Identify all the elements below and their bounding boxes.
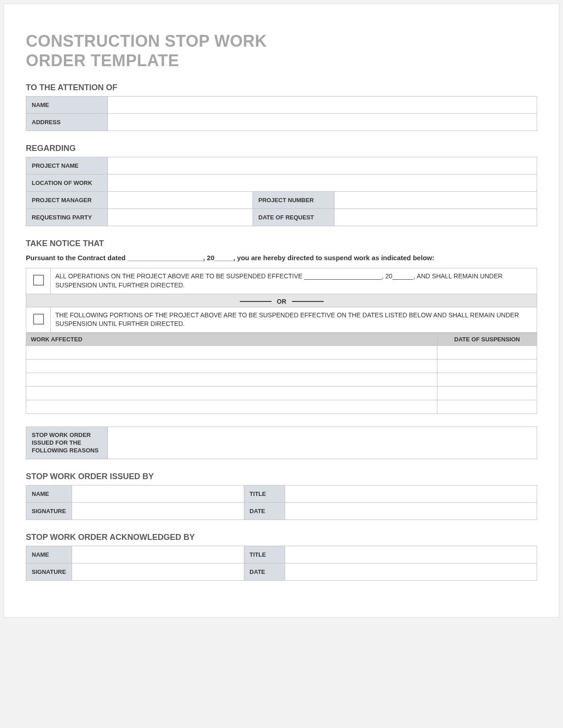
ack-signature-value[interactable] [72,563,244,581]
project-number-label: PROJECT NUMBER [253,192,335,209]
issued-by-table: NAME TITLE SIGNATURE DATE [26,485,537,520]
ack-name-label: NAME [26,546,72,563]
table-row: PROJECT NAME [26,157,537,175]
date-suspension-cell[interactable] [437,345,537,359]
issued-date-value[interactable] [285,503,537,520]
table-row: ALL OPERATIONS ON THE PROJECT ABOVE ARE … [26,268,537,294]
divider-line-icon [240,301,272,302]
issued-name-label: NAME [26,485,72,503]
option2-checkbox-cell[interactable] [26,307,51,332]
option1-text: ALL OPERATIONS ON THE PROJECT ABOVE ARE … [51,268,537,294]
attention-heading: TO THE ATTENTION OF [26,83,537,92]
attention-table: NAME ADDRESS [26,96,537,131]
issued-signature-label: SIGNATURE [26,503,72,520]
table-row: NAME TITLE [26,485,537,503]
issued-date-label: DATE [244,503,285,520]
reasons-value[interactable] [108,427,537,459]
table-row: NAME TITLE [26,546,537,563]
notice-options-table: ALL OPERATIONS ON THE PROJECT ABOVE ARE … [26,268,537,332]
table-row: REQUESTING PARTY DATE OF REQUEST [26,209,537,226]
acknowledged-by-heading: STOP WORK ORDER ACKNOWLEDGED BY [26,533,537,542]
address-value[interactable] [108,114,537,131]
checkbox-icon [33,275,44,286]
project-name-label: PROJECT NAME [26,157,108,175]
or-row: OR [26,294,537,307]
project-manager-label: PROJECT MANAGER [26,192,108,209]
table-row [26,359,537,373]
project-name-value[interactable] [108,157,537,175]
table-row: THE FOLLOWING PORTIONS OF THE PROJECT AB… [26,307,537,332]
date-of-request-value[interactable] [335,209,537,226]
issued-title-label: TITLE [244,485,285,503]
document-title: CONSTRUCTION STOP WORK ORDER TEMPLATE [26,31,537,70]
table-row [26,400,537,413]
reasons-table: STOP WORK ORDER ISSUED FOR THE FOLLOWING… [26,427,537,460]
ack-date-value[interactable] [285,563,537,581]
table-row: SIGNATURE DATE [26,503,537,520]
ack-date-label: DATE [244,563,285,581]
work-affected-cell[interactable] [26,359,437,373]
date-suspension-cell[interactable] [437,373,537,386]
date-suspension-header: DATE OF SUSPENSION [437,333,537,345]
location-value[interactable] [108,175,537,192]
work-affected-cell[interactable] [26,400,437,413]
regarding-table: PROJECT NAME LOCATION OF WORK PROJECT MA… [26,157,537,226]
table-header-row: WORK AFFECTED DATE OF SUSPENSION [26,333,537,345]
table-row: STOP WORK ORDER ISSUED FOR THE FOLLOWING… [26,427,537,459]
ack-name-value[interactable] [72,546,244,563]
table-row [26,373,537,386]
requesting-party-label: REQUESTING PARTY [26,209,108,226]
name-value[interactable] [108,97,537,114]
reasons-label: STOP WORK ORDER ISSUED FOR THE FOLLOWING… [26,427,108,459]
notice-intro: Pursuant to the Contract dated _________… [26,253,537,262]
work-affected-cell[interactable] [26,386,437,400]
table-row [26,345,537,359]
work-affected-table: WORK AFFECTED DATE OF SUSPENSION [26,333,537,414]
checkbox-icon [33,314,44,325]
option1-checkbox-cell[interactable] [26,268,51,294]
table-row: SIGNATURE DATE [26,563,537,581]
document-page: CONSTRUCTION STOP WORK ORDER TEMPLATE TO… [4,4,559,617]
acknowledged-by-table: NAME TITLE SIGNATURE DATE [26,546,537,581]
date-of-request-label: DATE OF REQUEST [253,209,335,226]
address-label: ADDRESS [26,114,108,131]
or-label: OR [277,298,286,305]
table-row: ADDRESS [26,114,537,131]
ack-title-label: TITLE [244,546,285,563]
ack-signature-label: SIGNATURE [26,563,72,581]
issued-title-value[interactable] [285,485,537,503]
requesting-party-value[interactable] [108,209,253,226]
date-suspension-cell[interactable] [437,386,537,400]
work-affected-header: WORK AFFECTED [26,333,437,345]
regarding-heading: REGARDING [26,144,537,153]
ack-title-value[interactable] [285,546,537,563]
issued-name-value[interactable] [72,485,244,503]
title-line-2: ORDER TEMPLATE [26,51,179,70]
project-manager-value[interactable] [108,192,253,209]
table-row: NAME [26,97,537,114]
date-suspension-cell[interactable] [437,359,537,373]
table-row [26,386,537,400]
divider-line-icon [292,301,324,302]
project-number-value[interactable] [335,192,537,209]
issued-by-heading: STOP WORK ORDER ISSUED BY [26,472,537,481]
issued-signature-value[interactable] [72,503,244,520]
date-suspension-cell[interactable] [437,400,537,413]
work-affected-cell[interactable] [26,345,437,359]
table-row: LOCATION OF WORK [26,175,537,192]
name-label: NAME [26,97,108,114]
option2-text: THE FOLLOWING PORTIONS OF THE PROJECT AB… [51,307,537,332]
title-line-1: CONSTRUCTION STOP WORK [26,32,267,50]
location-label: LOCATION OF WORK [26,175,108,192]
or-wrap: OR [240,298,324,305]
work-affected-cell[interactable] [26,373,437,386]
notice-heading: TAKE NOTICE THAT [26,239,537,248]
table-row: PROJECT MANAGER PROJECT NUMBER [26,192,537,209]
